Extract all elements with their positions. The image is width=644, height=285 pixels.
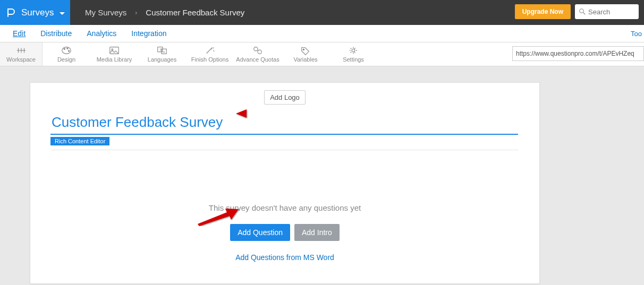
title-underline	[50, 134, 518, 135]
svg-point-21	[258, 50, 261, 54]
breadcrumb-current: Customer Feedback Survey	[146, 8, 244, 17]
svg-point-20	[254, 47, 258, 51]
editor-toolbar: Workspace Design Media Library 文A Langua…	[0, 42, 644, 66]
search-box[interactable]	[575, 4, 639, 19]
tab-overflow[interactable]: Too	[631, 30, 642, 38]
quota-icon	[252, 46, 264, 55]
search-input[interactable]	[588, 8, 631, 16]
tool-languages[interactable]: 文A Languages	[138, 42, 186, 66]
add-logo-button[interactable]: Add Logo	[264, 90, 306, 105]
upgrade-button[interactable]: Upgrade Now	[515, 4, 571, 19]
top-right-actions: Upgrade Now	[515, 4, 639, 19]
tool-variables[interactable]: Variables	[282, 42, 329, 66]
tab-integration[interactable]: Integration	[124, 25, 174, 42]
svg-line-16	[207, 48, 213, 54]
rich-content-badge[interactable]: Rich Content Editor	[50, 137, 109, 145]
svg-point-9	[68, 50, 69, 51]
main-tabs: Edit Distribute Analytics Integration To…	[0, 25, 644, 42]
empty-actions: Add Question Add Intro	[30, 224, 539, 241]
tool-workspace[interactable]: Workspace	[0, 42, 43, 66]
workspace-icon	[15, 46, 27, 55]
svg-point-23	[303, 49, 304, 50]
svg-line-17	[213, 48, 214, 49]
tag-icon	[300, 46, 311, 55]
tool-design[interactable]: Design	[43, 42, 90, 66]
wand-icon	[204, 46, 216, 55]
add-from-msword-link[interactable]: Add Questions from MS Word	[235, 253, 334, 262]
svg-line-1	[583, 13, 586, 15]
brand-label: Surveys	[21, 7, 56, 18]
tab-edit[interactable]: Edit	[5, 25, 33, 42]
search-icon	[579, 8, 586, 15]
svg-line-19	[213, 50, 214, 51]
svg-point-24	[352, 49, 355, 52]
tab-distribute[interactable]: Distribute	[33, 25, 79, 42]
svg-text:文: 文	[159, 48, 163, 51]
chevron-right-icon: ›	[135, 9, 137, 16]
svg-point-11	[112, 49, 113, 50]
survey-card: Add Logo Customer Feedback Survey Rich C…	[30, 82, 540, 284]
empty-state: This survey doesn't have any questions y…	[30, 203, 539, 262]
tool-settings[interactable]: Settings	[329, 42, 377, 66]
tab-analytics[interactable]: Analytics	[79, 25, 124, 42]
image-icon	[108, 46, 120, 55]
svg-line-18	[211, 48, 212, 49]
svg-text:A: A	[163, 50, 165, 54]
breadcrumb: My Surveys › Customer Feedback Survey	[70, 0, 244, 25]
svg-point-8	[67, 48, 68, 49]
survey-title[interactable]: Customer Feedback Survey	[30, 114, 539, 131]
breadcrumb-root[interactable]: My Surveys	[85, 8, 126, 17]
languages-icon: 文A	[156, 46, 168, 55]
empty-message: This survey doesn't have any questions y…	[30, 203, 539, 212]
caret-down-icon	[60, 7, 65, 18]
tool-advance-quotas[interactable]: Advance Quotas	[234, 42, 282, 66]
tool-finish-options[interactable]: Finish Options	[186, 42, 234, 66]
add-intro-button[interactable]: Add Intro	[294, 224, 340, 241]
svg-point-7	[64, 48, 65, 49]
brand-logo-icon	[6, 8, 16, 18]
palette-icon	[61, 46, 72, 55]
brand-dropdown[interactable]: Surveys	[0, 0, 70, 25]
svg-line-22	[257, 50, 258, 51]
tool-media-library[interactable]: Media Library	[90, 42, 138, 66]
gear-icon	[348, 46, 359, 55]
rich-editor-row: Rich Content Editor	[30, 136, 539, 145]
top-header: Surveys My Surveys › Customer Feedback S…	[0, 0, 644, 25]
svg-point-0	[580, 9, 584, 13]
divider	[52, 150, 518, 150]
add-question-button[interactable]: Add Question	[230, 224, 290, 241]
survey-url-field[interactable]: https://www.questionpro.com/t/APEvHZeq	[512, 46, 644, 61]
canvas: Add Logo Customer Feedback Survey Rich C…	[0, 66, 644, 284]
